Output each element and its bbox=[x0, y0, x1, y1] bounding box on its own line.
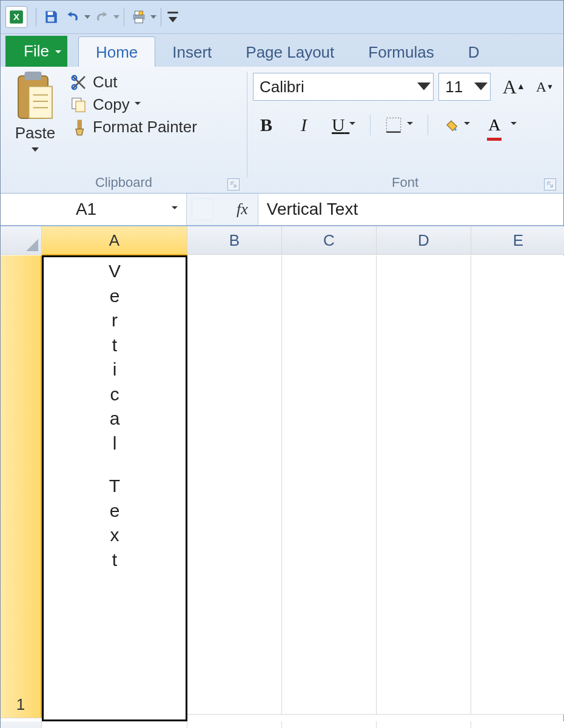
underline-button[interactable]: U bbox=[328, 112, 359, 138]
tab-label: Home bbox=[96, 43, 138, 61]
undo-dropdown[interactable] bbox=[84, 6, 91, 28]
font-name-value: Calibri bbox=[260, 78, 304, 96]
tab-home[interactable]: Home bbox=[78, 36, 155, 67]
shrink-font-button[interactable]: A▼ bbox=[532, 73, 557, 100]
tab-label: Formulas bbox=[368, 43, 434, 61]
column-header-C[interactable]: C bbox=[282, 226, 377, 255]
fill-color-button[interactable] bbox=[439, 112, 474, 138]
svg-rect-19 bbox=[78, 120, 82, 129]
cell-E1[interactable] bbox=[471, 255, 564, 715]
undo-button[interactable] bbox=[62, 6, 84, 28]
chevron-down-icon bbox=[464, 122, 470, 128]
column-header-B[interactable]: B bbox=[187, 226, 282, 255]
quick-print-dropdown[interactable] bbox=[150, 6, 157, 28]
quick-print-icon[interactable] bbox=[128, 6, 150, 28]
grow-font-button[interactable]: A▲ bbox=[499, 73, 529, 100]
cancel-button[interactable] bbox=[192, 198, 213, 220]
tab-data[interactable]: D bbox=[451, 37, 497, 67]
chevron-down-icon bbox=[407, 122, 413, 128]
tab-file[interactable]: File bbox=[5, 36, 67, 67]
vertical-char: t bbox=[112, 550, 117, 571]
font-color-button[interactable]: A bbox=[485, 112, 520, 138]
vertical-char: e bbox=[110, 286, 120, 307]
chevron-down-icon bbox=[349, 122, 355, 128]
ribbon-tabs: File Home Insert Page Layout Formulas D bbox=[1, 34, 563, 67]
redo-dropdown[interactable] bbox=[113, 6, 120, 28]
cell-C2[interactable] bbox=[282, 721, 377, 728]
customize-qat-dropdown[interactable] bbox=[165, 6, 181, 28]
column-header-D[interactable]: D bbox=[377, 226, 471, 255]
svg-point-7 bbox=[139, 11, 143, 15]
cell-A2[interactable] bbox=[42, 721, 187, 728]
scissors-icon bbox=[70, 73, 88, 92]
cell-A1[interactable]: VerticalText bbox=[42, 255, 187, 721]
worksheet-grid: A B C D E 1 VerticalText 2 bbox=[1, 226, 563, 728]
tab-page-layout[interactable]: Page Layout bbox=[229, 37, 351, 67]
formula-bar: A1 fx Vertical Text bbox=[1, 194, 563, 226]
name-box-value: A1 bbox=[1, 200, 172, 219]
font-dialog-launcher[interactable] bbox=[544, 178, 556, 190]
column-header-A[interactable]: A bbox=[42, 226, 187, 255]
vertical-char: a bbox=[110, 408, 120, 430]
cut-button[interactable]: Cut bbox=[70, 73, 197, 92]
svg-rect-10 bbox=[25, 72, 42, 80]
vertical-char: r bbox=[112, 310, 118, 331]
paste-button[interactable]: Paste bbox=[7, 70, 64, 156]
select-all-corner[interactable] bbox=[1, 226, 42, 255]
cell-E2[interactable] bbox=[471, 721, 564, 728]
separator bbox=[428, 115, 428, 135]
borders-button[interactable] bbox=[381, 112, 417, 138]
column-header-E[interactable]: E bbox=[471, 226, 564, 255]
cell-B1[interactable] bbox=[187, 255, 282, 715]
tab-formulas[interactable]: Formulas bbox=[351, 37, 451, 67]
tab-insert[interactable]: Insert bbox=[155, 37, 229, 67]
ribbon-home: Paste Cut Copy Format Painte bbox=[1, 67, 563, 194]
name-box[interactable]: A1 bbox=[1, 194, 187, 225]
row-header-2[interactable]: 2 bbox=[1, 721, 42, 728]
font-size-combo[interactable]: 11 bbox=[438, 73, 491, 101]
tab-label: Page Layout bbox=[246, 43, 334, 61]
separator bbox=[161, 8, 161, 26]
vertical-char: T bbox=[109, 476, 120, 497]
fx-label[interactable]: fx bbox=[218, 194, 258, 225]
tab-label: File bbox=[24, 42, 49, 60]
vertical-char: l bbox=[113, 433, 117, 454]
cell-D1[interactable] bbox=[377, 255, 471, 715]
formula-value: Vertical Text bbox=[267, 200, 358, 219]
svg-text:X: X bbox=[13, 12, 19, 22]
chevron-down-icon bbox=[511, 122, 517, 128]
copy-button[interactable]: Copy bbox=[70, 95, 197, 114]
cell-C1[interactable] bbox=[282, 255, 377, 715]
vertical-char: c bbox=[110, 384, 119, 405]
vertical-char: t bbox=[112, 335, 117, 356]
copy-dropdown[interactable] bbox=[135, 102, 141, 108]
excel-window: X File Home Insert Page Layout Formulas … bbox=[0, 0, 564, 728]
svg-rect-18 bbox=[76, 101, 85, 112]
svg-rect-20 bbox=[387, 118, 401, 132]
cell-B2[interactable] bbox=[187, 721, 282, 728]
save-button[interactable] bbox=[40, 6, 62, 28]
redo-button[interactable] bbox=[91, 6, 113, 28]
group-font: Calibri 11 A▲ A▼ B I U bbox=[247, 67, 563, 193]
format-painter-label: Format Painter bbox=[93, 118, 197, 136]
tab-label: D bbox=[468, 43, 480, 61]
format-painter-button[interactable]: Format Painter bbox=[70, 118, 197, 136]
separator bbox=[370, 115, 371, 135]
chevron-down-icon bbox=[474, 83, 488, 92]
clipboard-dialog-launcher[interactable] bbox=[227, 178, 240, 190]
paintbrush-icon bbox=[70, 118, 88, 136]
svg-rect-6 bbox=[135, 18, 143, 23]
paste-dropdown[interactable] bbox=[32, 145, 39, 156]
formula-input[interactable]: Vertical Text bbox=[258, 194, 563, 225]
font-name-combo[interactable]: Calibri bbox=[253, 73, 434, 101]
cell-D2[interactable] bbox=[377, 721, 471, 728]
quick-access-toolbar: X bbox=[1, 1, 563, 34]
italic-button[interactable]: I bbox=[290, 112, 317, 138]
bold-button[interactable]: B bbox=[253, 112, 280, 138]
svg-rect-2 bbox=[48, 12, 53, 15]
group-clipboard: Paste Cut Copy Format Painte bbox=[1, 67, 247, 193]
clipboard-icon bbox=[14, 73, 56, 121]
svg-rect-8 bbox=[167, 12, 178, 13]
group-label: Font bbox=[253, 174, 557, 192]
row-header-1[interactable]: 1 bbox=[1, 255, 42, 718]
